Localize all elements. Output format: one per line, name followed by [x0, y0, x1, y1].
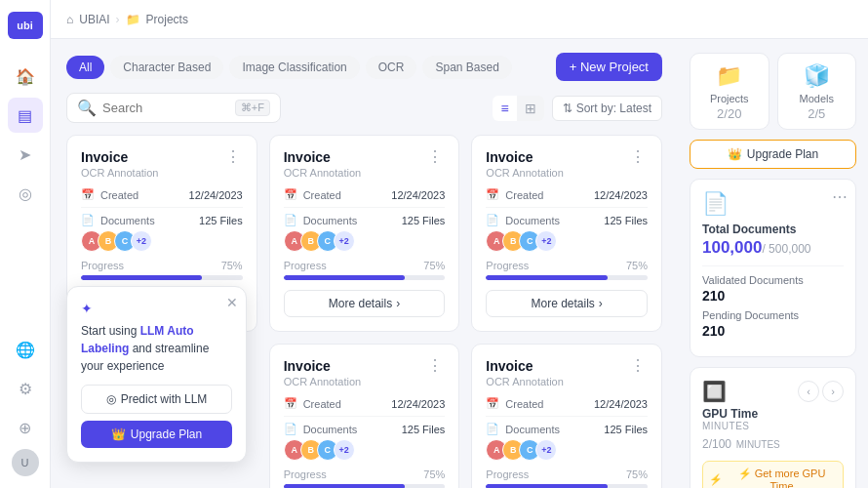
home-icon: ⌂ [66, 13, 73, 26]
folder-icon: 📁 [126, 13, 140, 26]
projects-stat: 📁 Projects 2/20 [690, 53, 769, 130]
search-bar: 🔍 ⌘+F ≡ ⊞ ⇅ Sort by: Latest [66, 93, 662, 123]
avatar-extra-5: +2 [334, 439, 355, 461]
predict-icon: ◎ [106, 392, 116, 406]
doc-icon-1: 📄 [81, 214, 95, 226]
card-header-6: Invoice ⋮ [486, 358, 648, 374]
topbar: ⌂ UBIAI › 📁 Projects [51, 0, 868, 39]
doc-icon-6: 📄 [486, 423, 499, 435]
kebab-menu-1[interactable]: ⋮ [223, 149, 243, 165]
get-more-gpu-button[interactable]: ⚡ ⚡ Get more GPU Time [702, 461, 844, 488]
gpu-next-button[interactable]: › [822, 381, 844, 402]
progress-row-5: Progress 75% [284, 468, 446, 480]
docs-options-button[interactable]: ⋯ [832, 187, 848, 206]
sidebar: ubi 🏠 ▤ ➤ ◎ 🌐 ⚙ ⊕ U [0, 0, 51, 488]
sort-button[interactable]: ⇅ Sort by: Latest [552, 96, 662, 121]
validated-docs-value: 210 [702, 288, 844, 304]
doc-icon-3: 📄 [486, 214, 499, 226]
stats-row: 📁 Projects 2/20 🧊 Models 2/5 [690, 53, 856, 130]
more-details-button-2[interactable]: More details › [284, 290, 446, 317]
search-shortcut: ⌘+F [235, 100, 270, 116]
avatar[interactable]: U [12, 449, 39, 476]
tooltip-card: ✕ ✦ Start using LLM Auto Labeling and st… [66, 286, 247, 463]
project-card-2: Invoice ⋮ OCR Annotation 📅 Created 12/24… [269, 135, 460, 332]
bolt-icon: ⚡ [709, 473, 723, 486]
docs-box-icon: 📄 [702, 191, 844, 217]
kebab-menu-6[interactable]: ⋮ [628, 358, 648, 374]
kebab-menu-3[interactable]: ⋮ [628, 149, 648, 165]
card-meta-docs-2: 📄 Documents 125 Files [284, 214, 446, 226]
doc-icon-2: 📄 [284, 214, 297, 226]
card-meta-docs-5: 📄 Documents 125 Files [284, 423, 446, 435]
filter-image-classification[interactable]: Image Classification [229, 56, 359, 79]
card-subtitle-5: OCR Annotation [284, 376, 446, 387]
sidebar-item-globe[interactable]: 🌐 [8, 332, 43, 367]
sidebar-item-layers[interactable]: ▤ [8, 98, 43, 133]
view-list-button[interactable]: ≡ [493, 96, 516, 121]
gpu-sublabel: MINUTES [702, 421, 844, 431]
card-title-6: Invoice [486, 358, 533, 374]
sidebar-item-settings[interactable]: ⚙ [8, 371, 43, 406]
main-content: ⌂ UBIAI › 📁 Projects All Character Based… [51, 0, 868, 488]
tooltip-close-button[interactable]: ✕ [226, 295, 238, 310]
crown-icon: 👑 [111, 427, 126, 441]
sort-label: Sort by: Latest [576, 102, 651, 115]
kebab-menu-2[interactable]: ⋮ [425, 149, 445, 165]
progress-row-6: Progress 75% [486, 468, 648, 480]
filter-ocr[interactable]: OCR [366, 56, 417, 79]
filter-bar: All Character Based Image Classification… [66, 53, 662, 81]
search-input[interactable] [102, 101, 229, 115]
gpu-prev-button[interactable]: ‹ [798, 381, 819, 402]
card-meta-docs-6: 📄 Documents 125 Files [486, 423, 648, 435]
gpu-header: 🔲 ‹ › [702, 380, 844, 403]
sidebar-item-circle[interactable]: ◎ [8, 176, 43, 211]
pending-docs-label: Pending Documents [702, 309, 844, 321]
new-project-button[interactable]: + New Project [556, 53, 662, 81]
models-stat-value: 2/5 [808, 106, 825, 121]
tooltip-icon: ✦ [81, 301, 232, 316]
filter-all[interactable]: All [66, 56, 104, 79]
tooltip-upgrade-button[interactable]: 👑 Upgrade Plan [81, 421, 232, 448]
card-meta-docs-3: 📄 Documents 125 Files [486, 214, 648, 226]
predict-with-llm-button[interactable]: ◎ Predict with LLM [81, 385, 232, 414]
card-meta-created-3: 📅 Created 12/24/2023 [486, 188, 648, 201]
projects-stat-label: Projects [710, 93, 749, 104]
card-header-2: Invoice ⋮ [284, 149, 446, 165]
project-card-3: Invoice ⋮ OCR Annotation 📅 Created 12/24… [471, 135, 662, 332]
breadcrumb-ubiai[interactable]: UBIAI [79, 13, 109, 26]
progress-bar-5 [284, 484, 446, 488]
upgrade-plan-button[interactable]: 👑 Upgrade Plan [690, 140, 856, 169]
card-meta-created-6: 📅 Created 12/24/2023 [486, 397, 648, 410]
chevron-icon-2: › [396, 297, 400, 310]
progress-bar-2 [284, 275, 446, 280]
sidebar-item-send[interactable]: ➤ [8, 137, 43, 172]
card-subtitle-2: OCR Annotation [284, 167, 446, 179]
project-card-6: Invoice ⋮ OCR Annotation 📅 Created 12/24… [471, 344, 662, 488]
card-avatars-6: A B C +2 [486, 439, 648, 461]
avatar-extra-2: +2 [334, 230, 355, 252]
progress-bar-1 [81, 275, 243, 280]
sidebar-item-home[interactable]: 🏠 [8, 59, 43, 94]
kebab-menu-5[interactable]: ⋮ [425, 358, 445, 374]
validated-docs-label: Validated Documents [702, 274, 844, 286]
filter-character-based[interactable]: Character Based [110, 56, 223, 79]
card-title-2: Invoice [284, 149, 331, 165]
filter-span-based[interactable]: Span Based [422, 56, 511, 79]
progress-bar-3 [486, 275, 648, 280]
view-grid-button[interactable]: ⊞ [517, 96, 544, 121]
breadcrumb-separator: › [116, 13, 120, 26]
avatar-extra-1: +2 [131, 230, 152, 252]
card-header-3: Invoice ⋮ [486, 149, 648, 165]
app-logo: ubi [8, 12, 43, 39]
card-meta-created-1: 📅 Created 12/24/2023 [81, 188, 243, 201]
more-details-button-3[interactable]: More details › [486, 290, 648, 317]
projects-grid: Invoice ⋮ OCR Annotation 📅 Created 12/24… [66, 135, 662, 488]
sidebar-item-help[interactable]: ⊕ [8, 410, 43, 445]
calendar-icon-6: 📅 [486, 397, 499, 410]
models-stat: 🧊 Models 2/5 [777, 53, 857, 130]
card-subtitle-6: OCR Annotation [486, 376, 648, 387]
card-row2-col1-wrapper: ✕ ✦ Start using LLM Auto Labeling and st… [66, 344, 257, 488]
breadcrumb-projects[interactable]: Projects [146, 13, 188, 26]
chevron-icon-3: › [599, 297, 603, 310]
view-toggle: ≡ ⊞ [493, 96, 543, 121]
